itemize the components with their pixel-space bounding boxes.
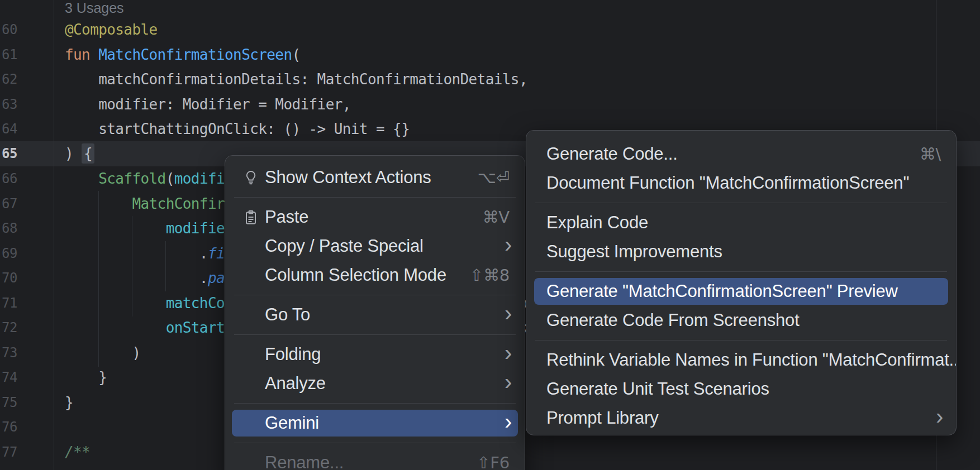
- code-token: }: [65, 369, 107, 386]
- code-line[interactable]: }: [65, 365, 107, 390]
- line-number[interactable]: 67: [0, 191, 17, 217]
- code-token: /**: [65, 444, 90, 461]
- line-number[interactable]: 74: [0, 365, 17, 390]
- icon-placeholder: [242, 454, 259, 470]
- gemini-submenu-item-rethink-variable-names-in-function-match[interactable]: Rethink Variable Names in Function "Matc…: [526, 346, 956, 375]
- lightbulb-icon: [242, 169, 259, 186]
- menu-item-label: Document Function "MatchConfirmationScre…: [546, 173, 909, 193]
- gutter-divider: [54, 0, 54, 470]
- code-line[interactable]: ) {: [65, 141, 94, 166]
- code-line[interactable]: modifier: Modifier = Modifier,: [65, 92, 351, 117]
- line-number[interactable]: 61: [0, 42, 17, 68]
- menu-separator: [225, 192, 525, 203]
- code-token: [65, 170, 98, 187]
- line-number[interactable]: 75: [0, 390, 17, 415]
- line-number[interactable]: 69: [0, 241, 17, 266]
- gemini-submenu-item-prompt-library[interactable]: Prompt Library›: [526, 404, 956, 433]
- menu-separator: [225, 329, 525, 340]
- chevron-right-icon: ›: [505, 410, 512, 433]
- gemini-submenu-item-generate-code-from-screenshot[interactable]: Generate Code From Screenshot: [526, 306, 956, 335]
- menu-item-label: Go To: [265, 305, 310, 325]
- gemini-submenu-item-suggest-improvements[interactable]: Suggest Improvements: [526, 237, 956, 266]
- context-menu-item-show-context-actions[interactable]: Show Context Actions⌥⏎: [225, 163, 525, 192]
- gemini-submenu-item-generate-matchconfirmationscreen-preview[interactable]: Generate "MatchConfirmationScreen" Previ…: [526, 277, 956, 306]
- code-token: .: [65, 270, 208, 286]
- line-number[interactable]: 62: [0, 67, 17, 92]
- menu-separator: [225, 438, 525, 448]
- code-token: matchConfirmationDetails: MatchConfirmat…: [65, 71, 527, 88]
- code-line[interactable]: matchConfirmationDetails: MatchConfirmat…: [65, 67, 527, 92]
- gemini-submenu-item-generate-code[interactable]: Generate Code...⌘\: [526, 140, 956, 169]
- code-token: startChattingOnClick: () -> Unit = {}: [65, 121, 410, 137]
- code-token: {: [82, 143, 94, 164]
- line-number[interactable]: 72: [0, 315, 17, 340]
- menu-separator: [526, 198, 956, 208]
- line-number[interactable]: 78: [0, 464, 17, 470]
- context-menu-item-folding[interactable]: Folding›: [225, 340, 525, 369]
- menu-item-label: Explain Code: [546, 213, 648, 233]
- menu-item-label: Folding: [265, 344, 321, 365]
- gemini-submenu-item-generate-unit-test-scenarios[interactable]: Generate Unit Test Scenarios: [526, 375, 956, 404]
- code-token: MatchConfirmationScreen: [98, 46, 292, 63]
- line-number[interactable]: 76: [0, 415, 17, 440]
- usages-inlay-hint[interactable]: 3 Usages: [65, 0, 124, 16]
- menu-item-label: Generate Code...: [546, 144, 678, 164]
- code-token: }: [65, 394, 73, 411]
- line-number[interactable]: 63: [0, 92, 17, 117]
- code-token: (: [166, 170, 174, 187]
- context-menu-item-rename[interactable]: Rename...⇧F6: [225, 448, 525, 470]
- context-menu: Show Context Actions⌥⏎Paste⌘VCopy / Past…: [225, 155, 525, 470]
- chevron-right-icon: ›: [505, 371, 512, 393]
- line-number[interactable]: 70: [0, 266, 17, 291]
- code-token: [65, 220, 166, 237]
- code-line[interactable]: ): [65, 340, 140, 366]
- code-line[interactable]: fun MatchConfirmationScreen(: [65, 42, 301, 68]
- shortcut-label: ⌘V: [483, 208, 510, 227]
- line-number[interactable]: 65: [0, 141, 17, 166]
- context-menu-item-go-to[interactable]: Go To›: [225, 300, 525, 329]
- menu-separator: [526, 266, 956, 277]
- line-number[interactable]: 73: [0, 340, 17, 366]
- line-number[interactable]: 66: [0, 166, 17, 191]
- code-token: @Composable: [65, 21, 158, 38]
- gemini-submenu-item-explain-code[interactable]: Explain Code: [526, 208, 956, 237]
- line-number[interactable]: 68: [0, 216, 17, 241]
- menu-item-label: Rethink Variable Names in Function "Matc…: [546, 350, 957, 370]
- shortcut-label: ⇧⌘8: [470, 266, 510, 285]
- line-number[interactable]: 71: [0, 291, 17, 316]
- icon-placeholder: [242, 375, 259, 392]
- line-number[interactable]: 77: [0, 440, 17, 465]
- code-line[interactable]: /**: [65, 440, 90, 465]
- chevron-right-icon: ›: [936, 405, 943, 428]
- code-token: modifier: Modifier = Modifier,: [65, 96, 351, 113]
- code-token: (: [292, 46, 300, 63]
- chevron-right-icon: ›: [505, 342, 512, 364]
- clipboard-icon: [242, 209, 259, 226]
- menu-separator: [526, 335, 956, 346]
- line-number[interactable]: 64: [0, 117, 17, 142]
- code-token: ): [65, 344, 140, 361]
- code-line[interactable]: startChattingOnClick: () -> Unit = {}: [65, 117, 410, 142]
- menu-item-label: Show Context Actions: [265, 167, 431, 188]
- code-token: [65, 195, 132, 212]
- gemini-submenu-item-document-function-matchconfirmationscree[interactable]: Document Function "MatchConfirmationScre…: [526, 169, 956, 198]
- context-menu-item-analyze[interactable]: Analyze›: [225, 369, 525, 398]
- menu-item-label: Analyze: [265, 373, 326, 394]
- code-token: modifier: [166, 220, 233, 237]
- icon-placeholder: [242, 238, 259, 255]
- menu-item-label: Copy / Paste Special: [265, 236, 424, 256]
- context-menu-item-copy-paste-special[interactable]: Copy / Paste Special›: [225, 232, 525, 261]
- menu-item-label: Paste: [265, 207, 308, 227]
- context-menu-item-column-selection-mode[interactable]: Column Selection Mode⇧⌘8: [225, 261, 525, 290]
- context-menu-item-gemini[interactable]: Gemini›: [225, 409, 525, 438]
- code-token: [65, 319, 166, 336]
- line-number[interactable]: 60: [0, 17, 17, 42]
- context-menu-item-paste[interactable]: Paste⌘V: [225, 203, 525, 232]
- code-line[interactable]: @Composable: [65, 17, 158, 42]
- menu-item-label: Generate Code From Screenshot: [546, 310, 800, 330]
- code-token: Scaffold: [98, 170, 165, 187]
- code-line[interactable]: }: [65, 390, 73, 415]
- menu-item-label: Prompt Library: [546, 408, 659, 428]
- chevron-right-icon: ›: [505, 233, 512, 256]
- code-line[interactable]: * Displays the man screen, including the…: [65, 464, 216, 470]
